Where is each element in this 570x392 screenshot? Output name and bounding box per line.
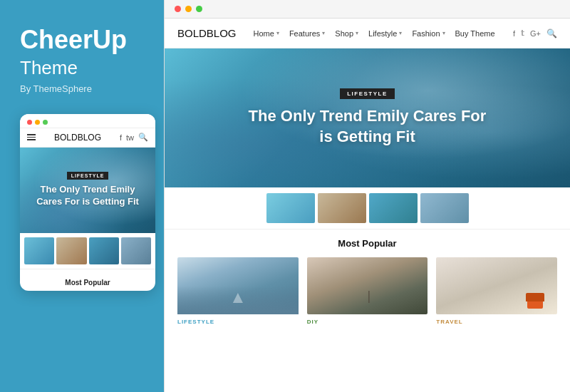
nav-caret-shop: ▾ (356, 30, 358, 36)
article-grid: LIFESTYLE DIY TRAVEL (177, 257, 557, 326)
search-icon[interactable]: 🔍 (546, 29, 557, 38)
article-image-3[interactable] (436, 257, 557, 314)
social-google-icon[interactable]: G+ (530, 29, 541, 38)
left-panel: CheerUp Theme By ThemeSphere BOLDBLOG f … (0, 0, 164, 392)
hero-thumbnails (165, 187, 570, 229)
hero-section: LIFESTYLE The Only Trend Emily Cares For… (165, 48, 570, 187)
article-image-1[interactable] (177, 257, 299, 314)
nav-caret-fashion: ▾ (442, 30, 445, 36)
mobile-thumb-2[interactable] (56, 237, 86, 264)
mobile-dot-yellow (35, 120, 40, 125)
most-popular-section: Most Popular LIFESTYLE DIY T (165, 229, 570, 332)
article-card-2: DIY (307, 257, 428, 326)
mobile-thumb-3[interactable] (89, 237, 119, 264)
social-facebook-icon[interactable]: f (513, 29, 515, 38)
social-twitter-icon[interactable]: 𝕥 (521, 29, 524, 38)
mobile-hero: LIFESTYLE The Only Trend Emily Cares For… (20, 148, 155, 233)
browser-chrome (165, 0, 570, 19)
article-tag-1: LIFESTYLE (177, 319, 299, 325)
site-nav-social: f 𝕥 G+ 🔍 (513, 29, 557, 38)
mobile-most-popular: Most Popular (20, 269, 155, 291)
hero-thumb-2[interactable] (318, 193, 366, 223)
app-subtitle: Theme (20, 57, 78, 79)
site-logo: BOLDBLOG (177, 27, 237, 39)
mobile-nav-icons: f tw 🔍 (120, 133, 148, 142)
mobile-thumb-4[interactable] (121, 237, 151, 264)
mobile-lifestyle-badge: LIFESTYLE (67, 172, 109, 180)
mobile-dot-green (43, 120, 48, 125)
mobile-search-icon[interactable]: 🔍 (138, 133, 148, 142)
article-tag-2: DIY (307, 319, 428, 325)
nav-caret-lifestyle: ▾ (399, 30, 402, 36)
site-nav-links: Home ▾ Features ▾ Shop ▾ Lifestyle ▾ Fas… (254, 29, 513, 38)
mobile-nav: BOLDBLOG f tw 🔍 (20, 128, 155, 148)
nav-caret-features: ▾ (322, 30, 325, 36)
mobile-thumbnails (20, 233, 155, 269)
most-popular-title: Most Popular (177, 238, 557, 249)
browser-dot-green (196, 6, 202, 12)
mobile-social-f: f (120, 133, 122, 142)
nav-link-home[interactable]: Home ▾ (254, 29, 279, 38)
mobile-window-dots (27, 120, 48, 125)
mobile-most-popular-label: Most Popular (65, 279, 110, 287)
hero-thumb-1[interactable] (266, 193, 315, 223)
browser-dot-yellow (185, 6, 192, 12)
nav-link-shop[interactable]: Shop ▾ (335, 29, 358, 38)
nav-link-buy-theme[interactable]: Buy Theme (455, 29, 495, 38)
mobile-top-bar (20, 114, 155, 128)
hero-title: The Only Trend Emily Cares For is Gettin… (247, 106, 489, 147)
site-nav: BOLDBLOG Home ▾ Features ▾ Shop ▾ Lifest… (165, 19, 570, 48)
mobile-dot-red (27, 120, 32, 125)
app-title: CheerUp (20, 26, 127, 54)
nav-caret-home: ▾ (276, 30, 279, 36)
hamburger-icon[interactable] (27, 134, 36, 140)
lifestyle-badge: LIFESTYLE (340, 88, 395, 99)
nav-link-features[interactable]: Features ▾ (289, 29, 325, 38)
article-tag-3: TRAVEL (436, 319, 557, 325)
mobile-social-tw: tw (126, 133, 134, 142)
mobile-thumb-1[interactable] (24, 237, 54, 264)
app-author: By ThemeSphere (20, 83, 92, 94)
article-card-3: TRAVEL (436, 257, 557, 326)
right-panel: BOLDBLOG Home ▾ Features ▾ Shop ▾ Lifest… (164, 0, 570, 392)
nav-link-lifestyle[interactable]: Lifestyle ▾ (368, 29, 402, 38)
nav-link-fashion[interactable]: Fashion ▾ (412, 29, 445, 38)
hero-thumb-3[interactable] (369, 193, 418, 223)
article-card-1: LIFESTYLE (177, 257, 299, 326)
mobile-mockup: BOLDBLOG f tw 🔍 LIFESTYLE The Only Trend… (20, 114, 155, 291)
mobile-logo: BOLDBLOG (54, 133, 101, 143)
mobile-hero-title: The Only Trend Emily Cares For is Gettin… (27, 184, 148, 208)
hero-thumb-4[interactable] (420, 193, 469, 223)
browser-dot-red (175, 6, 181, 12)
article-image-2[interactable] (307, 257, 428, 314)
